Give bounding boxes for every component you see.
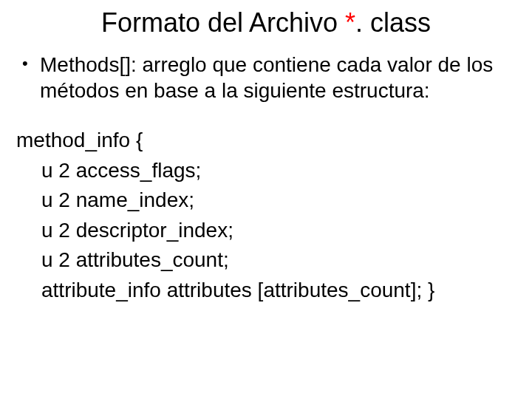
slide: Formato del Archivo *. class • Methods[]… xyxy=(0,0,532,399)
bullet-item: • Methods[]: arreglo que contiene cada v… xyxy=(22,52,517,103)
title-part-before: Formato del Archivo xyxy=(101,7,345,38)
code-line-5: attribute_info attributes [attributes_co… xyxy=(16,276,517,306)
title-part-star: * xyxy=(345,7,355,38)
title-part-after: . class xyxy=(355,7,431,38)
bullet-dot-icon: • xyxy=(22,52,40,75)
code-line-3: u 2 descriptor_index; xyxy=(16,216,517,246)
code-line-2: u 2 name_index; xyxy=(16,185,517,216)
code-line-0: method_info { xyxy=(16,126,517,156)
code-line-4: u 2 attributes_count; xyxy=(16,245,517,276)
bullet-text: Methods[]: arreglo que contiene cada val… xyxy=(40,52,517,103)
slide-title: Formato del Archivo *. class xyxy=(15,7,517,38)
code-line-1: u 2 access_flags; xyxy=(16,156,517,186)
code-block: method_info { u 2 access_flags; u 2 name… xyxy=(16,126,517,306)
